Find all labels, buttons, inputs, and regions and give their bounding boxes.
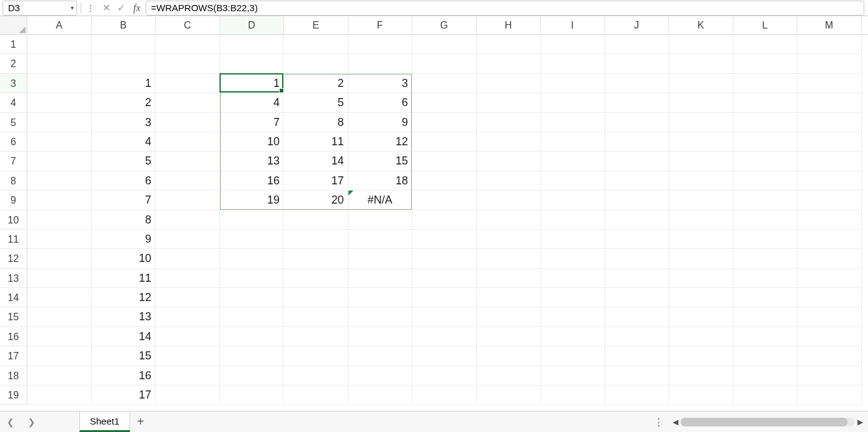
cell[interactable] xyxy=(27,113,92,132)
cell[interactable] xyxy=(477,74,541,93)
cell[interactable] xyxy=(27,171,92,191)
cell[interactable] xyxy=(669,113,733,132)
cell[interactable] xyxy=(284,366,348,385)
cell[interactable] xyxy=(669,230,733,249)
row-header[interactable]: 10 xyxy=(0,210,27,230)
cell[interactable]: 15 xyxy=(348,151,413,171)
cell[interactable]: 7 xyxy=(220,113,285,132)
cell[interactable] xyxy=(412,93,477,112)
cell[interactable] xyxy=(605,171,670,191)
cell[interactable] xyxy=(733,191,798,210)
cell[interactable]: 19 xyxy=(220,191,285,210)
cell[interactable] xyxy=(541,132,605,151)
cell[interactable] xyxy=(284,249,348,268)
cell[interactable] xyxy=(541,171,605,191)
cell[interactable] xyxy=(669,327,733,346)
cell[interactable] xyxy=(605,113,670,132)
cell[interactable]: 12 xyxy=(348,132,413,151)
column-header[interactable]: F xyxy=(348,16,413,34)
cell[interactable] xyxy=(541,366,605,385)
cell[interactable] xyxy=(605,307,670,326)
cell[interactable] xyxy=(27,269,92,288)
cell[interactable]: 2 xyxy=(284,74,348,93)
cell[interactable]: 16 xyxy=(92,366,156,385)
row-header[interactable]: 2 xyxy=(0,54,27,73)
cell[interactable] xyxy=(477,366,541,385)
cell[interactable] xyxy=(605,54,670,73)
cell[interactable]: 5 xyxy=(92,151,156,171)
cell[interactable] xyxy=(733,210,798,230)
cell[interactable] xyxy=(733,366,798,385)
cell[interactable] xyxy=(669,54,733,73)
cell[interactable] xyxy=(348,54,413,73)
cell[interactable]: 9 xyxy=(348,113,413,132)
cell[interactable]: 17 xyxy=(284,171,348,191)
cell[interactable] xyxy=(27,191,92,210)
cell[interactable] xyxy=(669,366,733,385)
cell[interactable]: #N/A xyxy=(348,191,413,210)
cell[interactable] xyxy=(27,249,92,268)
cell[interactable] xyxy=(541,269,605,288)
cell[interactable] xyxy=(220,54,285,73)
cell[interactable] xyxy=(477,307,541,326)
cell[interactable] xyxy=(156,327,220,346)
cell[interactable] xyxy=(605,346,670,366)
column-header[interactable]: G xyxy=(412,16,477,34)
cell[interactable] xyxy=(477,249,541,268)
cell[interactable]: 8 xyxy=(92,210,156,230)
cell[interactable]: 16 xyxy=(220,171,285,191)
row-header[interactable]: 8 xyxy=(0,171,27,191)
cell[interactable] xyxy=(156,113,220,132)
cell[interactable] xyxy=(412,307,477,326)
cell[interactable] xyxy=(348,327,413,346)
cell[interactable]: 6 xyxy=(348,93,413,112)
cell[interactable] xyxy=(156,288,220,307)
cell[interactable] xyxy=(477,327,541,346)
cell[interactable] xyxy=(284,307,348,326)
cell[interactable] xyxy=(733,385,798,405)
cell[interactable] xyxy=(605,327,670,346)
cell[interactable]: 7 xyxy=(92,191,156,210)
column-header[interactable]: K xyxy=(669,16,733,34)
cell[interactable] xyxy=(797,249,862,268)
cell[interactable] xyxy=(220,366,285,385)
cell[interactable]: 5 xyxy=(284,93,348,112)
cell[interactable] xyxy=(669,210,733,230)
cell[interactable] xyxy=(156,269,220,288)
cell[interactable]: 14 xyxy=(92,327,156,346)
cell[interactable] xyxy=(541,191,605,210)
sheet-nav-next[interactable]: ❯ xyxy=(21,412,42,432)
cell[interactable] xyxy=(412,346,477,366)
cell[interactable] xyxy=(156,366,220,385)
row-header[interactable]: 14 xyxy=(0,288,27,307)
cell[interactable]: 9 xyxy=(92,230,156,249)
cell[interactable] xyxy=(477,288,541,307)
cell[interactable]: 1 xyxy=(92,74,156,93)
cell[interactable] xyxy=(669,132,733,151)
cell[interactable]: 10 xyxy=(220,132,285,151)
cell[interactable] xyxy=(605,230,670,249)
cell[interactable] xyxy=(348,288,413,307)
cell[interactable] xyxy=(541,249,605,268)
cell[interactable] xyxy=(797,269,862,288)
cell[interactable] xyxy=(477,346,541,366)
row-header[interactable]: 7 xyxy=(0,151,27,171)
cell[interactable] xyxy=(220,288,285,307)
cell[interactable] xyxy=(412,54,477,73)
cell[interactable] xyxy=(669,346,733,366)
cell[interactable] xyxy=(477,385,541,405)
row-header[interactable]: 3 xyxy=(0,74,27,93)
cell[interactable] xyxy=(156,230,220,249)
cell[interactable] xyxy=(541,327,605,346)
cell[interactable] xyxy=(348,385,413,405)
cell[interactable] xyxy=(541,151,605,171)
column-header[interactable]: D xyxy=(220,16,285,34)
cell[interactable]: 6 xyxy=(92,171,156,191)
cell[interactable] xyxy=(733,249,798,268)
cell[interactable] xyxy=(797,191,862,210)
cell[interactable] xyxy=(220,327,285,346)
cell[interactable] xyxy=(220,346,285,366)
sheet-tab[interactable]: Sheet1 xyxy=(79,412,130,432)
cell[interactable] xyxy=(156,210,220,230)
cell[interactable]: 1 xyxy=(220,74,285,93)
